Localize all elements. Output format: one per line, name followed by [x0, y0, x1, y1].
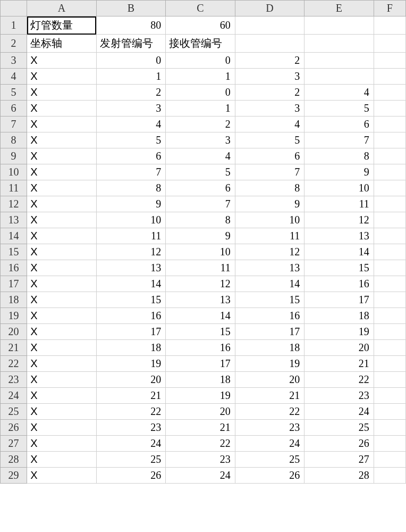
- cell-F1[interactable]: [374, 16, 405, 35]
- cell-E5[interactable]: 4: [304, 85, 374, 101]
- cell-B6[interactable]: 3: [96, 101, 166, 117]
- cell-C22[interactable]: 17: [166, 356, 235, 372]
- cell-C21[interactable]: 16: [166, 340, 235, 356]
- cell-B3[interactable]: 0: [96, 53, 166, 69]
- cell-B1[interactable]: 80: [96, 16, 166, 35]
- cell-B7[interactable]: 4: [96, 117, 166, 132]
- col-header-A[interactable]: A: [27, 1, 97, 16]
- cell-D9[interactable]: 6: [235, 148, 304, 164]
- cell-F4[interactable]: [374, 69, 405, 85]
- cell-C12[interactable]: 7: [166, 196, 235, 212]
- cell-E27[interactable]: 26: [304, 436, 374, 452]
- cell-D18[interactable]: 15: [235, 292, 304, 308]
- cell-E15[interactable]: 14: [304, 244, 374, 260]
- cell-E1[interactable]: [304, 16, 374, 35]
- cell-B9[interactable]: 6: [96, 148, 166, 164]
- cell-F23[interactable]: [374, 372, 405, 388]
- cell-C6[interactable]: 1: [166, 101, 235, 117]
- row-header-18[interactable]: 18: [1, 292, 27, 308]
- row-header-1[interactable]: 1: [1, 16, 27, 35]
- cell-E22[interactable]: 21: [304, 356, 374, 372]
- cell-C25[interactable]: 20: [166, 404, 235, 420]
- cell-D19[interactable]: 16: [235, 308, 304, 324]
- row-header-7[interactable]: 7: [1, 117, 27, 132]
- cell-A27[interactable]: X: [27, 436, 97, 452]
- cell-F2[interactable]: [374, 35, 405, 53]
- cell-B13[interactable]: 10: [96, 212, 166, 228]
- cell-A13[interactable]: X: [27, 212, 97, 228]
- row-header-12[interactable]: 12: [1, 196, 27, 212]
- cell-B21[interactable]: 18: [96, 340, 166, 356]
- cell-C26[interactable]: 21: [166, 420, 235, 436]
- row-header-27[interactable]: 27: [1, 436, 27, 452]
- cell-C14[interactable]: 9: [166, 228, 235, 244]
- cell-A7[interactable]: X: [27, 117, 97, 132]
- row-header-16[interactable]: 16: [1, 260, 27, 276]
- cell-A10[interactable]: X: [27, 164, 97, 180]
- cell-D6[interactable]: 3: [235, 101, 304, 117]
- row-header-29[interactable]: 29: [1, 468, 27, 484]
- cell-A20[interactable]: X: [27, 324, 97, 340]
- cell-D7[interactable]: 4: [235, 117, 304, 132]
- cell-F19[interactable]: [374, 308, 405, 324]
- cell-E24[interactable]: 23: [304, 388, 374, 404]
- cell-E17[interactable]: 16: [304, 276, 374, 292]
- cell-F20[interactable]: [374, 324, 405, 340]
- cell-A23[interactable]: X: [27, 372, 97, 388]
- cell-C15[interactable]: 10: [166, 244, 235, 260]
- cell-D27[interactable]: 24: [235, 436, 304, 452]
- row-header-14[interactable]: 14: [1, 228, 27, 244]
- cell-C1[interactable]: 60: [166, 16, 235, 35]
- row-header-21[interactable]: 21: [1, 340, 27, 356]
- cell-F15[interactable]: [374, 244, 405, 260]
- cell-B24[interactable]: 21: [96, 388, 166, 404]
- cell-E26[interactable]: 25: [304, 420, 374, 436]
- cell-A25[interactable]: X: [27, 404, 97, 420]
- cell-B20[interactable]: 17: [96, 324, 166, 340]
- cell-B4[interactable]: 1: [96, 69, 166, 85]
- cell-A21[interactable]: X: [27, 340, 97, 356]
- cell-E19[interactable]: 18: [304, 308, 374, 324]
- cell-E29[interactable]: 28: [304, 468, 374, 484]
- row-header-8[interactable]: 8: [1, 132, 27, 148]
- cell-B19[interactable]: 16: [96, 308, 166, 324]
- row-header-4[interactable]: 4: [1, 69, 27, 85]
- cell-E20[interactable]: 19: [304, 324, 374, 340]
- cell-B5[interactable]: 2: [96, 85, 166, 101]
- row-header-3[interactable]: 3: [1, 53, 27, 69]
- row-header-17[interactable]: 17: [1, 276, 27, 292]
- cell-E16[interactable]: 15: [304, 260, 374, 276]
- cell-F7[interactable]: [374, 117, 405, 132]
- cell-A9[interactable]: X: [27, 148, 97, 164]
- row-header-28[interactable]: 28: [1, 452, 27, 468]
- cell-C2[interactable]: 接收管编号: [166, 35, 235, 53]
- cell-B12[interactable]: 9: [96, 196, 166, 212]
- cell-E6[interactable]: 5: [304, 101, 374, 117]
- cell-C17[interactable]: 12: [166, 276, 235, 292]
- cell-A17[interactable]: X: [27, 276, 97, 292]
- row-header-5[interactable]: 5: [1, 85, 27, 101]
- cell-C9[interactable]: 4: [166, 148, 235, 164]
- cell-B28[interactable]: 25: [96, 452, 166, 468]
- cell-C3[interactable]: 0: [166, 53, 235, 69]
- cell-B17[interactable]: 14: [96, 276, 166, 292]
- row-header-23[interactable]: 23: [1, 372, 27, 388]
- cell-E28[interactable]: 27: [304, 452, 374, 468]
- cell-B15[interactable]: 12: [96, 244, 166, 260]
- cell-D14[interactable]: 11: [235, 228, 304, 244]
- cell-C20[interactable]: 15: [166, 324, 235, 340]
- cell-D11[interactable]: 8: [235, 180, 304, 196]
- cell-A2[interactable]: 坐标轴: [27, 35, 97, 53]
- cell-C29[interactable]: 24: [166, 468, 235, 484]
- cell-F12[interactable]: [374, 196, 405, 212]
- cell-F17[interactable]: [374, 276, 405, 292]
- col-header-D[interactable]: D: [235, 1, 304, 16]
- cell-F21[interactable]: [374, 340, 405, 356]
- cell-B27[interactable]: 24: [96, 436, 166, 452]
- row-header-19[interactable]: 19: [1, 308, 27, 324]
- cell-A3[interactable]: X: [27, 53, 97, 69]
- cell-F8[interactable]: [374, 132, 405, 148]
- cell-A12[interactable]: X: [27, 196, 97, 212]
- cell-F24[interactable]: [374, 388, 405, 404]
- cell-D23[interactable]: 20: [235, 372, 304, 388]
